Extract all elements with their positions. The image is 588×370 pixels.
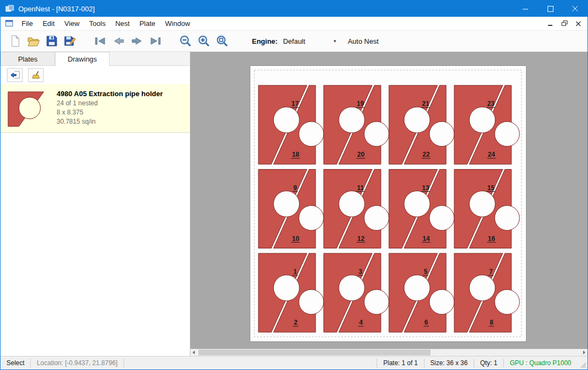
app-icon (5, 4, 14, 13)
last-plate-button[interactable] (146, 32, 165, 50)
pipe-notch (469, 275, 495, 301)
tab-plates[interactable]: Plates (1, 52, 55, 65)
part-number: 4 (359, 319, 363, 326)
menu-edit[interactable]: Edit (38, 17, 59, 30)
zoom-fit-button[interactable] (213, 32, 231, 50)
chevron-down-icon: ▼ (333, 39, 337, 44)
zoom-out-button[interactable] (176, 32, 195, 50)
maximize-button[interactable] (538, 1, 563, 17)
pipe-notch (339, 191, 365, 217)
pipe-notch (404, 275, 430, 301)
scrollbar-thumb[interactable] (199, 349, 430, 355)
nested-pair[interactable]: 1112 (324, 170, 389, 248)
open-folder-icon (27, 35, 40, 47)
pipe-notch (404, 107, 430, 133)
nested-pair[interactable]: 2122 (389, 85, 454, 164)
part-number: 16 (488, 235, 495, 243)
engine-value: Default (283, 37, 305, 45)
save-button[interactable] (43, 32, 61, 50)
save-as-button[interactable] (61, 32, 79, 50)
part-number: 1 (293, 268, 297, 275)
nested-pair[interactable]: 12 (258, 253, 324, 332)
open-button[interactable] (24, 32, 43, 50)
pipe-notch (274, 275, 299, 301)
import-drawing-button[interactable] (7, 68, 23, 82)
part-number: 18 (292, 151, 299, 158)
nested-pair[interactable]: 1920 (324, 85, 389, 164)
pipe-notch (299, 122, 324, 146)
drawing-list-item[interactable]: 4980 A05 Extraction pipe holder 24 of 1 … (1, 84, 190, 133)
first-plate-button[interactable] (91, 32, 110, 50)
clear-drawings-button[interactable] (28, 68, 44, 82)
minimize-button[interactable] (513, 1, 538, 17)
part-number: 14 (422, 235, 430, 243)
horizontal-scrollbar[interactable] (190, 349, 587, 356)
zoom-in-button[interactable] (195, 32, 213, 50)
pipe-notch (299, 290, 324, 314)
close-icon (572, 6, 578, 12)
nested-pair[interactable]: 1516 (454, 170, 519, 248)
document-icon (1, 17, 17, 30)
nested-pair[interactable]: 34 (324, 253, 389, 332)
part-number: 5 (424, 268, 428, 275)
pipe-notch (274, 191, 299, 217)
save-icon (46, 35, 58, 47)
mdi-minimize-button[interactable] (544, 18, 556, 29)
menu-file[interactable]: File (17, 17, 38, 30)
part-number: 3 (359, 268, 363, 275)
part-number: 17 (291, 100, 299, 107)
engine-label: Engine: (252, 37, 278, 45)
mdi-restore-button[interactable] (558, 18, 570, 29)
menu-plate[interactable]: Plate (134, 17, 160, 30)
close-button[interactable] (563, 1, 587, 17)
part-number: 22 (422, 151, 430, 158)
titlebar: OpenNest - [N0317-002] (1, 1, 587, 17)
menu-tools[interactable]: Tools (84, 17, 110, 30)
nested-pair[interactable]: 78 (454, 253, 519, 332)
new-button[interactable] (6, 32, 24, 50)
part-number: 12 (357, 235, 365, 243)
part-number: 13 (422, 184, 429, 192)
status-mode: Select (1, 359, 30, 367)
plate[interactable]: 171819202122232491011121314151612345678 (250, 65, 527, 342)
resize-grip[interactable] (579, 361, 587, 369)
menu-window[interactable]: Window (160, 17, 195, 30)
pipe-notch (469, 107, 495, 133)
pipe-notch (364, 206, 389, 231)
engine-select[interactable]: Default ▼ (280, 35, 340, 48)
tab-drawings[interactable]: Drawings (55, 52, 110, 66)
import-drawing-icon (10, 71, 20, 79)
auto-nest-button[interactable]: Auto Nest (348, 37, 379, 45)
drawing-list-empty-space (1, 133, 190, 356)
nested-pair[interactable]: 2324 (454, 85, 519, 164)
part-number: 10 (292, 235, 299, 243)
part-number: 9 (293, 184, 297, 192)
pipe-notch (429, 206, 454, 231)
pipe-notch (404, 191, 430, 217)
previous-plate-button[interactable] (110, 32, 128, 50)
pipe-notch (339, 107, 365, 133)
nested-pair[interactable]: 1314 (389, 170, 454, 248)
part-number: 20 (357, 151, 365, 158)
next-plate-button[interactable] (128, 32, 146, 50)
drawing-area: 30.7815 sq/in (57, 118, 163, 125)
status-location: Location: [-0.9437, 21.8796] (31, 359, 123, 367)
nested-pair[interactable]: 910 (258, 170, 324, 248)
status-separator (124, 359, 124, 368)
pipe-notch (495, 290, 519, 314)
nested-pair[interactable]: 1718 (258, 85, 324, 164)
nest-canvas[interactable]: 171819202122232491011121314151612345678 (190, 52, 587, 356)
drawing-size: 8 x 8.375 (57, 109, 163, 116)
scrollbar-track[interactable] (197, 349, 580, 356)
panel-tabs: Plates Drawings (1, 52, 190, 66)
menu-view[interactable]: View (59, 17, 84, 30)
menu-nest[interactable]: Nest (111, 17, 135, 30)
scroll-left-arrow[interactable] (190, 349, 197, 356)
part-number: 7 (489, 268, 493, 275)
nested-pair[interactable]: 56 (389, 253, 454, 332)
scroll-right-arrow[interactable] (580, 349, 587, 356)
minimize-icon (523, 6, 529, 12)
zoom-fit-icon (216, 35, 229, 48)
part-thumbnail (5, 88, 50, 129)
mdi-close-button[interactable] (572, 18, 584, 29)
